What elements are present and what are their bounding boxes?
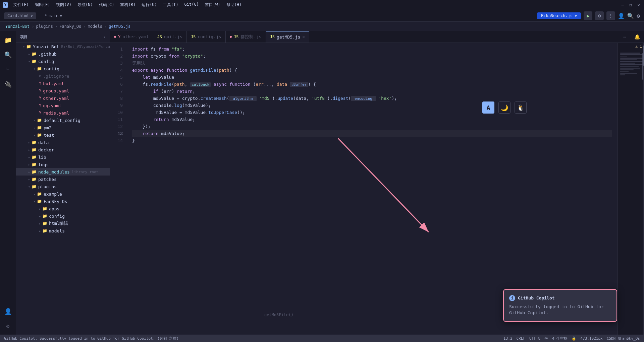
cursor-position[interactable]: 13:2 — [503, 336, 513, 341]
tree-bot-yaml[interactable]: Y bot.yaml — [16, 80, 110, 87]
tree-lib[interactable]: ▸ 📁 lib — [16, 153, 110, 161]
tree-logs[interactable]: ▸ 📁 logs — [16, 161, 110, 168]
settings-icon[interactable]: ⚙ — [637, 13, 640, 19]
tab-label: JS — [270, 35, 275, 39]
menu-view[interactable]: 视图(V) — [53, 1, 74, 8]
crumb-getmd5[interactable]: getMD5.js — [109, 24, 130, 29]
line-ending[interactable]: CRLF — [517, 336, 526, 341]
tab-close-icon[interactable]: ✕ — [303, 35, 305, 39]
menu-tools[interactable]: 工具(T) — [160, 1, 181, 8]
file-label: Card.html — [7, 13, 29, 18]
tree-apps[interactable]: ▸ 📁 apps — [16, 205, 110, 212]
tree-patches[interactable]: ▸ 📁 patches — [16, 176, 110, 183]
tab-getmd5-js[interactable]: JS getMD5.js ✕ — [266, 31, 309, 43]
tree-group-yaml[interactable]: Y group.yaml — [16, 87, 110, 94]
tab-label: JS — [157, 35, 162, 39]
tree-other-yaml[interactable]: Y other.yaml — [16, 94, 110, 102]
folder-label: config — [49, 214, 65, 219]
tab-name: quit.js — [164, 34, 182, 39]
tab-other-yaml[interactable]: Y other.yaml — [110, 31, 153, 43]
encoding[interactable]: UTF-8 — [529, 336, 540, 341]
menu-refactor[interactable]: 重构(R) — [117, 1, 138, 8]
branch-selector[interactable]: ⑂ main ∨ — [42, 12, 65, 19]
tree-models[interactable]: ▸ 📁 models — [16, 227, 110, 234]
run-button[interactable]: ▶ — [584, 11, 592, 20]
menu-git[interactable]: Git(G) — [182, 1, 202, 8]
code-line-3: 无用法 — [132, 60, 612, 67]
eye-icon[interactable]: 👁 — [544, 336, 548, 341]
app-icon: Y — [3, 2, 8, 8]
tree-default-config[interactable]: ▸ 📁 default_config — [16, 117, 110, 124]
menu-edit[interactable]: 编辑(E) — [32, 1, 53, 8]
activity-settings[interactable]: ⚙ — [2, 320, 14, 332]
tab-config-js[interactable]: JS config.js — [187, 31, 226, 43]
sep3: › — [83, 24, 86, 29]
tab-name: other.yaml — [122, 34, 149, 39]
tree-yunzai-bot[interactable]: ▾ 📁 Yunzai-Bot E:\Bot_V3\yunzai\Yunzai-B… — [16, 43, 110, 50]
tabs-more-button[interactable]: ⋯ — [620, 31, 630, 43]
activity-accounts[interactable]: 👤 — [2, 305, 14, 317]
file-selector[interactable]: Card.html ∨ — [4, 12, 36, 19]
tree-gitignore[interactable]: ⊘ .gitignore — [16, 72, 110, 80]
close-button[interactable]: ✕ — [636, 2, 641, 8]
tree-html-editor[interactable]: ▸ 📁 html编辑 — [16, 220, 110, 227]
menu-run[interactable]: 运行(U) — [139, 1, 160, 8]
tab-quit-js[interactable]: JS quit.js — [153, 31, 187, 43]
folder-label: .github — [38, 52, 57, 57]
crumb-plugins[interactable]: plugins — [36, 24, 53, 29]
file-label: qq.yaml — [43, 103, 61, 108]
file-label: other.yaml — [43, 96, 69, 101]
maximize-button[interactable]: ❐ — [628, 2, 633, 8]
bika-search-button[interactable]: BikaSearch.js ∨ — [537, 12, 581, 19]
account-icon[interactable]: 👤 — [618, 13, 625, 19]
tree-node-modules[interactable]: ▸ 📁 node_modules library root — [16, 168, 110, 176]
folder-label: default_config — [44, 118, 80, 123]
tree-fansky-qs[interactable]: ▾ 📁 FanSky_Qs — [16, 198, 110, 205]
folder-icon: 📁 — [32, 177, 37, 182]
activity-explorer[interactable]: 📁 — [2, 34, 14, 46]
menu-code[interactable]: 代码(C) — [96, 1, 117, 8]
folder-label: plugins — [38, 184, 57, 189]
tree-config-root[interactable]: ▾ 📁 config — [16, 58, 110, 65]
tree-qq-yaml[interactable]: Y qq.yaml — [16, 102, 110, 109]
tree-pm2[interactable]: ▸ 📁 pm2 — [16, 124, 110, 131]
tree-test[interactable]: ▸ 📁 test — [16, 131, 110, 139]
folder-icon: 📁 — [42, 228, 47, 233]
notifications-button[interactable]: 🔔 — [630, 31, 644, 43]
search-icon[interactable]: 🔍 — [627, 13, 634, 19]
file-icon: Y — [39, 111, 41, 115]
lock-icon: 🔒 — [572, 336, 576, 341]
folder-icon: 📁 — [37, 133, 42, 137]
menu-window[interactable]: 窗口(W) — [202, 1, 223, 8]
activity-search[interactable]: 🔍 — [2, 49, 14, 61]
tree-plugins[interactable]: ▾ 📁 plugins — [16, 183, 110, 190]
code-line-8: md5Value = crypto.createHash( algorithm … — [132, 95, 612, 102]
menu-file[interactable]: 文件(F) — [11, 1, 32, 8]
indent-setting[interactable]: 4 个空格 — [552, 336, 568, 341]
activity-extensions[interactable]: 🔌 — [2, 78, 14, 90]
menu-help[interactable]: 帮助(H) — [224, 1, 245, 8]
folder-label: docker — [38, 147, 54, 152]
crumb-models[interactable]: models — [88, 24, 102, 29]
tree-data[interactable]: ▸ 📁 data — [16, 139, 110, 146]
tab-qunkongzhi-js[interactable]: JS 群控制.js — [226, 31, 266, 43]
branch-chevron-icon: ∨ — [60, 13, 62, 18]
tree-config2[interactable]: ▸ 📁 config — [16, 212, 110, 220]
chevron-right-icon: ▸ — [28, 178, 30, 181]
code-line-12: }); — [132, 123, 612, 130]
crumb-fansky-qs[interactable]: FanSky_Qs — [59, 24, 81, 29]
menu-nav[interactable]: 导航(N) — [75, 1, 96, 8]
crumb-yunzai-bot[interactable]: Yunzai-Bot — [5, 24, 30, 29]
tree-github[interactable]: ▸ 📁 .github — [16, 50, 110, 58]
tree-config-sub[interactable]: ▾ 📁 config — [16, 65, 110, 72]
tree-docker[interactable]: ▸ 📁 docker — [16, 146, 110, 153]
minimize-button[interactable]: — — [620, 2, 625, 8]
activity-git[interactable]: ⑂ — [2, 63, 14, 75]
debug-settings-button[interactable]: ⚙ — [595, 11, 604, 20]
tree-example[interactable]: ▸ 📁 example — [16, 190, 110, 198]
folder-icon: 📁 — [32, 184, 37, 189]
more-options-button[interactable]: ⋮ — [606, 11, 615, 20]
tree-redis-yaml[interactable]: Y redis.yaml — [16, 109, 110, 117]
folder-label: FanSky_Qs — [44, 199, 67, 204]
scrollbar-thumb[interactable] — [643, 46, 644, 66]
